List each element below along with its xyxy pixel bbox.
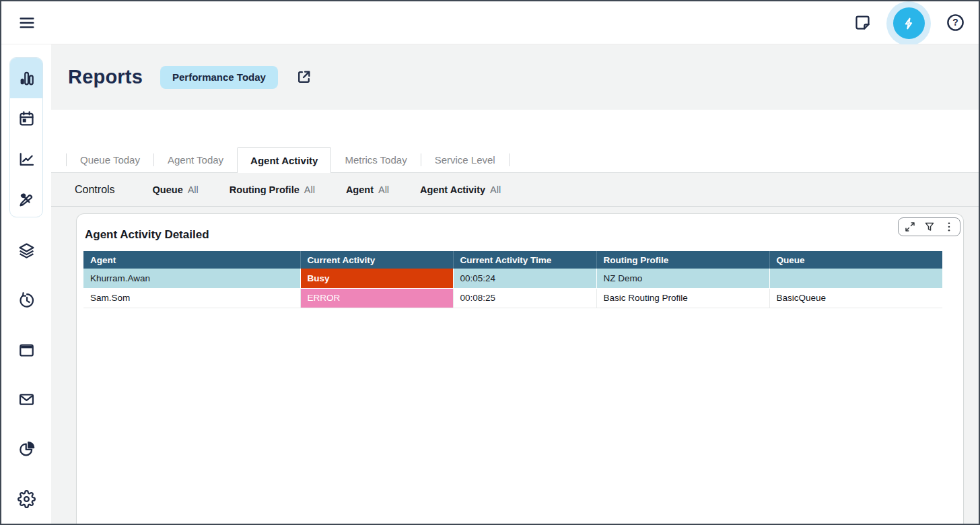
sidebar-item-reports[interactable] xyxy=(10,139,42,179)
bar-chart-icon xyxy=(18,69,36,88)
cell-routing-profile: Basic Routing Profile xyxy=(596,288,769,308)
kebab-menu-icon xyxy=(943,221,955,233)
page-title: Reports xyxy=(68,66,143,88)
controls-label: Controls xyxy=(75,184,115,196)
sidebar-item-historical-metrics[interactable] xyxy=(10,98,42,139)
filter-icon xyxy=(923,221,936,233)
calendar-icon xyxy=(18,110,36,128)
hamburger-menu-icon xyxy=(18,13,36,32)
design-brush-icon xyxy=(18,190,36,209)
column-header-routing-profile[interactable]: Routing Profile xyxy=(596,251,769,269)
sidebar-nav-group xyxy=(9,57,43,217)
filter-queue[interactable]: Queue All xyxy=(153,184,199,195)
sidebar xyxy=(1,44,51,524)
sidebar-item-settings[interactable] xyxy=(9,474,43,524)
external-link-icon xyxy=(295,69,312,85)
gear-icon xyxy=(18,490,36,508)
open-external-button[interactable] xyxy=(295,69,312,85)
column-header-queue[interactable]: Queue xyxy=(769,251,942,269)
filter-button[interactable] xyxy=(921,219,938,234)
main-area: Reports Performance Today Queue Today Ag… xyxy=(51,44,979,524)
topbar-actions: ? xyxy=(853,0,965,46)
tab-queue-today[interactable]: Queue Today xyxy=(67,147,153,172)
sidebar-item-browser-window[interactable] xyxy=(9,325,43,375)
svg-text:?: ? xyxy=(952,17,958,28)
filter-name: Agent xyxy=(346,184,374,195)
agent-activity-card: Agent Activity Detailed Agent Current Ac… xyxy=(76,213,964,524)
line-chart-icon xyxy=(18,150,36,168)
cell-current-activity: Busy xyxy=(300,269,453,288)
cell-agent: Khurram.Awan xyxy=(83,269,300,288)
cell-current-activity-time: 00:08:25 xyxy=(453,288,596,308)
table-row[interactable]: Sam.Som ERROR 00:08:25 Basic Routing Pro… xyxy=(83,288,942,308)
filter-name: Agent Activity xyxy=(420,184,485,195)
cell-current-activity: ERROR xyxy=(300,288,453,308)
cell-queue xyxy=(769,269,942,288)
help-button[interactable]: ? xyxy=(946,13,965,32)
column-header-current-activity-time[interactable]: Current Activity Time xyxy=(453,251,596,269)
sidebar-item-customize[interactable] xyxy=(10,179,42,217)
history-icon xyxy=(18,291,36,310)
more-options-button[interactable] xyxy=(940,219,957,234)
column-header-agent[interactable]: Agent xyxy=(83,251,300,269)
content-area: Agent Activity Detailed Agent Current Ac… xyxy=(51,207,979,524)
hamburger-menu-button[interactable] xyxy=(18,13,36,32)
cell-current-activity-time: 00:05:24 xyxy=(453,269,596,288)
filter-agent-activity[interactable]: Agent Activity All xyxy=(420,184,501,195)
column-header-current-activity[interactable]: Current Activity xyxy=(300,251,453,269)
table-row[interactable]: Khurram.Awan Busy 00:05:24 NZ Demo xyxy=(83,269,942,288)
expand-button[interactable] xyxy=(901,219,918,234)
tab-agent-activity[interactable]: Agent Activity xyxy=(237,147,331,173)
cell-routing-profile: NZ Demo xyxy=(596,269,769,288)
sidebar-item-mail[interactable] xyxy=(9,375,43,425)
app-window: ? xyxy=(0,0,980,525)
filter-value: All xyxy=(304,184,315,195)
tab-agent-today[interactable]: Agent Today xyxy=(154,147,237,172)
help-icon: ? xyxy=(946,13,965,32)
filter-name: Queue xyxy=(153,184,183,195)
lightning-bolt-icon xyxy=(901,15,917,32)
sidebar-item-history[interactable] xyxy=(9,276,43,326)
sidebar-item-stacked-data[interactable] xyxy=(9,226,43,276)
filter-value: All xyxy=(188,184,199,195)
layers-icon xyxy=(18,242,36,260)
table-header-row: Agent Current Activity Current Activity … xyxy=(83,251,942,269)
card-title: Agent Activity Detailed xyxy=(85,228,956,242)
tabs-row: Queue Today Agent Today Agent Activity M… xyxy=(51,147,979,173)
sidebar-item-analytics[interactable] xyxy=(9,425,43,475)
filter-routing-profile[interactable]: Routing Profile All xyxy=(230,184,315,195)
expand-icon xyxy=(904,221,916,233)
tab-separator xyxy=(509,153,510,166)
filter-value: All xyxy=(378,184,389,195)
quick-actions-halo xyxy=(886,1,931,46)
cell-agent: Sam.Som xyxy=(83,288,300,308)
notes-icon xyxy=(853,13,872,32)
tab-metrics-today[interactable]: Metrics Today xyxy=(331,147,420,172)
top-bar: ? xyxy=(1,1,979,44)
card-toolbar xyxy=(898,217,960,236)
agent-activity-table: Agent Current Activity Current Activity … xyxy=(83,251,942,308)
report-badge[interactable]: Performance Today xyxy=(160,66,278,89)
filter-value: All xyxy=(490,184,501,195)
sidebar-item-realtime-metrics[interactable] xyxy=(10,58,42,98)
filter-name: Routing Profile xyxy=(230,184,300,195)
cell-queue: BasicQueue xyxy=(769,288,942,308)
page-header: Reports Performance Today xyxy=(51,44,979,110)
tabs-band: Queue Today Agent Today Agent Activity M… xyxy=(51,110,979,173)
tab-service-level[interactable]: Service Level xyxy=(421,147,509,172)
controls-bar: Controls Queue All Routing Profile All A… xyxy=(51,173,979,207)
window-icon xyxy=(18,341,36,359)
notes-button[interactable] xyxy=(853,13,872,32)
quick-actions-button[interactable] xyxy=(893,7,925,39)
filter-agent[interactable]: Agent All xyxy=(346,184,389,195)
mail-icon xyxy=(18,390,36,409)
pie-chart-icon xyxy=(18,440,36,458)
